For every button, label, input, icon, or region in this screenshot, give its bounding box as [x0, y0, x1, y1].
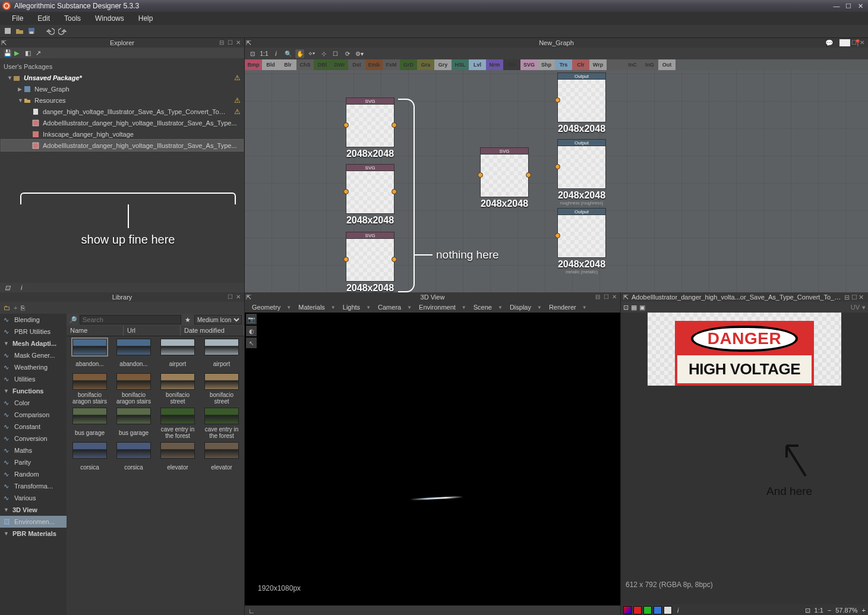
tree-graph[interactable]: ▶ New_Graph [1, 83, 243, 94]
hand-icon[interactable]: ✋ [295, 49, 305, 59]
3d-menu-camera[interactable]: Camera [374, 304, 405, 311]
thumbnail-item[interactable]: cave entry in the forest [160, 408, 195, 440]
fit-icon[interactable]: ⊡ [805, 607, 810, 614]
graph-canvas[interactable]: SVG 2048x2048 SVG 2048x2048 SVG 2048x204… [245, 70, 868, 292]
palette-gry[interactable]: Gry [434, 59, 452, 70]
close-panel-icon[interactable]: ✕ [858, 294, 866, 301]
zoom-icon[interactable]: 🔍 [283, 49, 293, 59]
category-mesh-adapti-[interactable]: ▼ Mesh Adapti... [0, 338, 67, 349]
thumbnail-item[interactable]: bonifacio street [204, 373, 239, 405]
axis-icon[interactable]: ∟ [248, 607, 255, 614]
menu-windows[interactable]: Windows [88, 13, 131, 24]
detach-icon[interactable]: ⇱ [623, 294, 632, 301]
category-transforma-[interactable]: ∿Transforma... [0, 480, 67, 492]
pin-icon[interactable]: ⊟ [219, 39, 226, 46]
thumbnail-item[interactable]: cave entry in the forest [204, 408, 239, 440]
pin-toolbar-icon[interactable]: 📍 [854, 39, 864, 48]
category-weathering[interactable]: ∿Weathering [0, 361, 67, 373]
graph-node-output[interactable]: Output 2048x2048 roughness (roughness) [557, 139, 606, 205]
graph-node-svg[interactable]: SVG 2048x2048 [480, 147, 529, 209]
3d-menu-materials[interactable]: Materials [295, 304, 329, 311]
category-blending[interactable]: ∿Blending [0, 314, 67, 326]
palette-out[interactable]: Out [658, 59, 676, 70]
3d-menu-scene[interactable]: Scene [470, 304, 495, 311]
b-swatch[interactable] [654, 606, 662, 614]
menu-tools[interactable]: Tools [57, 13, 88, 24]
close-panel-icon[interactable]: ✕ [236, 294, 243, 301]
channel-icon[interactable]: ⊡ [623, 304, 629, 311]
thumbnail-item[interactable]: bus garage [72, 408, 107, 440]
tree-resource-item[interactable]: danger_high_voltage_Illustrator_Save_As_… [1, 106, 243, 117]
close-panel-icon[interactable]: ✕ [612, 294, 619, 301]
fit-icon[interactable]: ⊡ [247, 49, 257, 59]
2d-viewport[interactable]: DANGER HIGH VOLTAGE And here [648, 313, 841, 386]
palette-wrp[interactable]: Wrp [589, 59, 607, 70]
graph-icon[interactable]: ◧ [25, 49, 32, 56]
thumbnail-item[interactable]: airport [204, 339, 239, 371]
open-icon[interactable] [15, 27, 25, 36]
tree-resource-item-selected[interactable]: AdobeIllustrator_danger_high_voltage_Ill… [1, 140, 243, 151]
3d-menu-renderer[interactable]: Renderer [545, 304, 580, 311]
thumbnail-item[interactable]: corsica [72, 442, 107, 474]
palette-chs[interactable]: ChS [296, 59, 314, 70]
category-utilities[interactable]: ∿Utilities [0, 373, 67, 385]
thumbnail-item[interactable]: abandon... [116, 339, 151, 371]
undo-icon[interactable] [46, 27, 56, 36]
palette-shp[interactable]: Shp [538, 59, 555, 70]
pin-icon[interactable]: ⊟ [595, 294, 602, 301]
menu-help[interactable]: Help [131, 13, 160, 24]
maximize-panel-icon[interactable]: ☐ [228, 39, 235, 46]
thumbnail-item[interactable]: elevator [160, 442, 195, 474]
palette-gra[interactable]: Gra [417, 59, 434, 70]
frame-icon[interactable] [839, 39, 850, 46]
palette-inc[interactable]: InC [624, 59, 641, 70]
add-icon[interactable]: + [14, 304, 17, 311]
thumbnail-item[interactable]: elevator [204, 442, 239, 474]
palette-fxm[interactable]: FxM [383, 59, 400, 70]
r-swatch[interactable] [633, 606, 642, 614]
settings-icon[interactable]: ⚙▾ [354, 49, 364, 59]
info-icon[interactable]: i [271, 49, 281, 59]
search-input[interactable] [80, 315, 181, 324]
category-comparison[interactable]: ∿Comparison [0, 409, 67, 421]
camera-tool-icon[interactable]: 📷 [246, 314, 257, 324]
grid-icon[interactable]: ⊹ [318, 49, 329, 59]
graph-node-svg[interactable]: SVG 2048x2048 [346, 164, 394, 226]
palette-emb[interactable]: Emb [365, 59, 383, 70]
tree-package[interactable]: ▼ Unsaved Package* ⚠ [1, 72, 243, 83]
zoom-out-icon[interactable]: − [828, 607, 831, 614]
menu-edit[interactable]: Edit [30, 13, 57, 24]
ratio-icon[interactable]: 1:1 [259, 49, 269, 59]
thumbnail-item[interactable]: bonifacio aragon stairs [72, 373, 107, 405]
thumbnail-item[interactable]: bus garage [116, 408, 151, 440]
maximize-panel-icon[interactable]: ☐ [604, 294, 611, 301]
category-mask-gener-[interactable]: ∿Mask Gener... [0, 349, 67, 361]
tree-root[interactable]: User's Packages [1, 61, 243, 72]
category-maths[interactable]: ∿Maths [0, 444, 67, 456]
refresh-icon[interactable]: ⟳ [342, 49, 352, 59]
3d-menu-lights[interactable]: Lights [339, 304, 364, 311]
redo-icon[interactable] [58, 27, 68, 36]
category-pbr-materials[interactable]: ▼ PBR Materials [0, 528, 67, 540]
maximize-panel-icon[interactable]: ☐ [228, 294, 235, 301]
palette-svg[interactable]: SVG [520, 59, 538, 70]
palette-dst[interactable]: Dst [348, 59, 365, 70]
detach-icon[interactable]: ⇱ [1, 39, 7, 47]
graph-node-output[interactable]: Output 2048x2048 metallic (metallic) [557, 208, 606, 274]
palette-clr[interactable]: Clr [572, 59, 589, 70]
info-icon[interactable]: i [674, 607, 682, 614]
palette-ing[interactable]: InG [641, 59, 658, 70]
palette-lvl[interactable]: Lvl [469, 59, 486, 70]
palette-grd[interactable]: GrD [400, 59, 417, 70]
palette-blr[interactable]: Blr [279, 59, 296, 70]
graph-node-svg[interactable]: SVG 2048x2048 [346, 97, 394, 159]
tree-resource-item[interactable]: Inkscape_danger_high_voltage [1, 128, 243, 140]
category-pbr-utilities[interactable]: ∿PBR Utilities [0, 326, 67, 338]
material-tool-icon[interactable]: ◐ [246, 326, 257, 336]
graph-node-svg[interactable]: SVG 2048x2048 [346, 232, 394, 292]
category-constant[interactable]: ∿Constant [0, 421, 67, 433]
palette-bld[interactable]: Bld [262, 59, 279, 70]
tree-resource-item[interactable]: AdobeIllustrator_danger_high_voltage_Ill… [1, 117, 243, 128]
snap-icon[interactable]: ☐ [330, 49, 340, 59]
import-icon[interactable]: ⎘ [21, 304, 25, 311]
